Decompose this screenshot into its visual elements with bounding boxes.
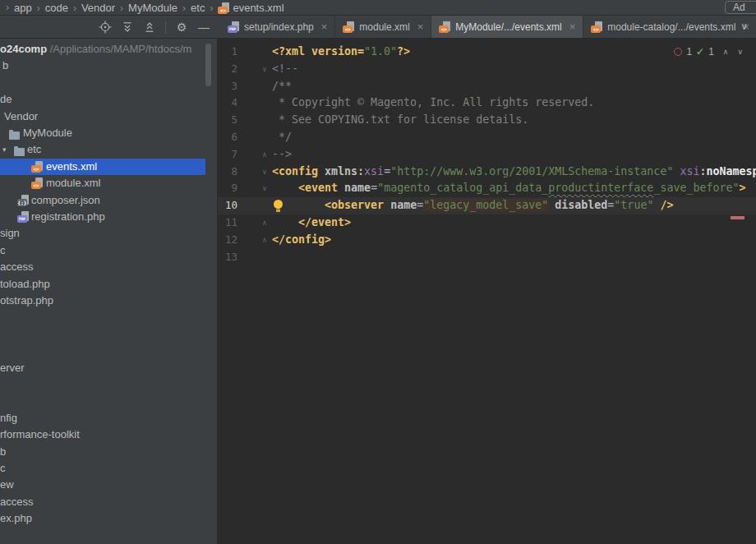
code-text: <?xml version="1.0"?> — [272, 44, 410, 61]
close-icon[interactable]: × — [569, 21, 576, 32]
tree-item-label: erver — [0, 360, 25, 376]
code-line-1[interactable]: 1<?xml version="1.0"?> — [218, 44, 756, 61]
code-token: name — [344, 182, 371, 194]
code-token: "magento_catalog_api_data_ — [377, 182, 548, 194]
code-token: "http://www.w3.org/2001/XMLSchema-instan… — [390, 165, 673, 177]
code-line-9[interactable]: 9∨ <event name="magento_catalog_api_data… — [218, 180, 756, 197]
breadcrumb-separator: › — [33, 2, 44, 14]
tab-label: MyModule/.../events.xml — [455, 21, 561, 33]
tree-item-registration-php[interactable]: PHPregistration.php — [0, 209, 217, 225]
line-number[interactable]: 13 — [218, 249, 237, 266]
tree-item-sign[interactable]: sign — [0, 225, 217, 242]
collapse-all-icon[interactable] — [143, 21, 156, 34]
tree-item-label: de — [0, 91, 12, 108]
tree-item-b[interactable]: b — [0, 444, 217, 460]
line-number[interactable]: 8 — [218, 164, 237, 181]
tree-item-vendor[interactable]: Vendor — [0, 108, 217, 125]
tree-item-ew[interactable]: ew — [0, 477, 217, 493]
tree-item-access[interactable]: access — [0, 259, 217, 275]
xml-file-icon: <> — [218, 2, 229, 14]
close-icon[interactable]: × — [321, 21, 328, 32]
tree-item-module-xml[interactable]: <>module.xml — [0, 175, 217, 191]
tree-item-label: c — [0, 242, 6, 259]
code-line-3[interactable]: 3/** — [218, 78, 756, 95]
breadcrumb-item-code[interactable]: code — [44, 2, 69, 14]
code-editor[interactable]: 1 ✓ 1 ∧ ∨ 1<?xml version="1.0"?>2∨<!--3/… — [217, 39, 756, 544]
tree-item-o24comp[interactable]: o24comp /Applications/MAMP/htdocs/m — [0, 41, 217, 58]
tree-item-etc[interactable]: ▾etc — [0, 141, 217, 158]
fold-start-icon[interactable]: ∨ — [257, 180, 272, 197]
tree-item-mymodule[interactable]: MyModule — [0, 125, 217, 141]
code-token — [272, 182, 298, 194]
tree-item-label: otstrap.php — [0, 293, 53, 309]
tree-item-events-xml[interactable]: <>events.xml — [0, 159, 205, 175]
tree-item-otstrap-php[interactable]: otstrap.php — [0, 293, 217, 309]
code-line-7[interactable]: 7∧--> — [218, 146, 756, 164]
tree-item-nfig[interactable]: nfig — [0, 410, 217, 426]
tree-item-ex-php[interactable]: ex.php — [0, 510, 217, 527]
add-configuration-button[interactable]: Ad — [725, 1, 756, 14]
breadcrumb-item-vendor[interactable]: Vendor — [81, 2, 116, 14]
line-number[interactable]: 6 — [218, 129, 237, 146]
tree-item-label: b — [0, 444, 6, 460]
close-icon[interactable]: × — [417, 21, 424, 32]
tree-item-access[interactable]: access — [0, 494, 217, 510]
code-line-2[interactable]: 2∨<!-- — [218, 61, 756, 78]
breadcrumb-item-mymodule[interactable]: MyModule — [127, 2, 178, 14]
tab-mymodule-events-xml[interactable]: <>MyModule/.../events.xml× — [431, 16, 583, 38]
line-number[interactable]: 7 — [218, 146, 237, 164]
line-number[interactable]: 1 — [218, 44, 237, 61]
line-number[interactable]: 9 — [218, 180, 237, 197]
code-line-6[interactable]: 6 */ — [218, 129, 756, 146]
tree-item-c[interactable]: c — [0, 242, 217, 259]
code-token — [272, 199, 325, 211]
code-line-5[interactable]: 5 * See COPYING.txt for license details. — [218, 112, 756, 129]
tab-setup-index-php[interactable]: PHPsetup/index.php× — [220, 16, 335, 38]
hide-panel-icon[interactable]: — — [197, 21, 210, 34]
code-token: * See COPYING.txt for license details. — [272, 113, 528, 126]
line-number[interactable]: 4 — [218, 95, 237, 112]
tab-module-catalog-events-xml[interactable]: <>module-catalog/.../events.xml× — [583, 16, 756, 38]
tab-module-xml[interactable]: <>module.xml× — [335, 16, 431, 38]
line-number[interactable]: 10 — [218, 197, 237, 214]
code-token: xmlns — [325, 165, 357, 177]
breadcrumb-item-events-xml[interactable]: <>events.xml — [217, 2, 284, 14]
line-number[interactable]: 12 — [218, 232, 237, 249]
fold-end-icon[interactable]: ∧ — [257, 146, 272, 164]
chevron-down-icon[interactable]: ∨ — [740, 21, 748, 32]
settings-gear-icon[interactable]: ⚙ — [175, 21, 188, 34]
code-line-11[interactable]: 11∧ </event> — [218, 214, 756, 232]
fold-end-icon[interactable]: ∧ — [257, 214, 272, 232]
tree-item-label: module.xml — [46, 175, 100, 191]
code-line-13[interactable]: 13 — [218, 249, 756, 266]
breadcrumb-item-app[interactable]: app — [13, 2, 33, 14]
expand-all-icon[interactable] — [121, 21, 134, 34]
line-number[interactable]: 5 — [218, 112, 237, 129]
code-text: <!-- — [272, 61, 298, 78]
code-line-12[interactable]: 12∧</config> — [218, 232, 756, 249]
code-line-8[interactable]: 8∨<config xmlns:xsi="http://www.w3.org/2… — [218, 164, 756, 181]
code-text: <observer name="legacy_model_save" disab… — [272, 197, 673, 214]
code-line-4[interactable]: 4 * Copyright © Magento, Inc. All rights… — [218, 95, 756, 112]
fold-end-icon[interactable]: ∧ — [257, 232, 272, 249]
breadcrumb-separator: › — [178, 2, 190, 14]
code-token: </event> — [298, 216, 351, 228]
fold-start-icon[interactable]: ∨ — [257, 61, 272, 78]
code-token: productinterface — [548, 182, 653, 194]
expand-chevron-icon[interactable]: ▾ — [2, 141, 7, 158]
locate-icon[interactable] — [99, 21, 112, 34]
line-number[interactable]: 2 — [218, 61, 237, 78]
tree-item-rformance-toolkit[interactable]: rformance-toolkit — [0, 426, 217, 443]
fold-start-icon[interactable]: ∨ — [257, 164, 272, 181]
tree-item-toload-php[interactable]: toload.php — [0, 276, 217, 293]
tree-item-de[interactable]: de — [0, 91, 217, 108]
tree-item-composer-json[interactable]: {;}composer.json — [0, 192, 217, 209]
breadcrumb-separator: › — [69, 2, 81, 14]
tree-item-erver[interactable]: erver — [0, 360, 217, 376]
breadcrumb-item-etc[interactable]: etc — [190, 2, 205, 14]
line-number[interactable]: 11 — [218, 214, 237, 232]
tree-item-b[interactable]: b — [0, 58, 217, 74]
tree-item-c[interactable]: c — [0, 460, 217, 477]
line-number[interactable]: 3 — [218, 78, 237, 95]
code-line-10[interactable]: 10 <observer name="legacy_model_save" di… — [218, 197, 756, 214]
